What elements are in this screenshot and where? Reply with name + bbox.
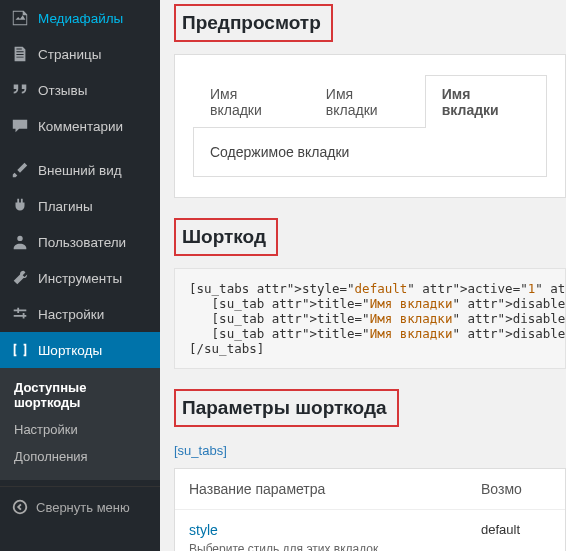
collapse-menu[interactable]: Свернуть меню [0,486,160,527]
sidebar-item-label: Страницы [38,47,101,62]
sidebar-item-label: Отзывы [38,83,87,98]
sidebar-item-users[interactable]: Пользователи [0,224,160,260]
admin-sidebar: Медиафайлы Страницы Отзывы Комментарии В… [0,0,160,551]
params-col-value: Возмо [481,481,551,497]
media-icon [10,8,30,28]
param-value: default [481,522,551,551]
collapse-label: Свернуть меню [36,500,130,515]
sidebar-item-plugins[interactable]: Плагины [0,188,160,224]
submenu-addons[interactable]: Дополнения [0,443,160,470]
sidebar-item-testimonials[interactable]: Отзывы [0,72,160,108]
brackets-icon [10,340,30,360]
sidebar-item-comments[interactable]: Комментарии [0,108,160,144]
shortcode-slug: [su_tabs] [174,443,566,458]
quote-icon [10,80,30,100]
sidebar-item-label: Плагины [38,199,93,214]
users-icon [10,232,30,252]
tab-2[interactable]: Имя вкладки [309,75,425,128]
params-heading: Параметры шорткода [174,389,399,427]
sidebar-item-label: Инструменты [38,271,122,286]
main-content: Предпросмотр Имя вкладки Имя вкладки Имя… [160,0,566,551]
params-col-name: Название параметра [189,481,481,497]
tab-3[interactable]: Имя вкладки [425,75,547,128]
params-table: Название параметра Возмо style Выберите … [174,468,566,551]
sidebar-item-pages[interactable]: Страницы [0,36,160,72]
pages-icon [10,44,30,64]
shortcode-code[interactable]: [su_tabs attr">style="default" attr">act… [174,268,566,369]
submenu-settings[interactable]: Настройки [0,416,160,443]
brush-icon [10,160,30,180]
tab-content: Содержимое вкладки [193,128,547,177]
sidebar-item-label: Пользователи [38,235,126,250]
params-table-head: Название параметра Возмо [175,469,565,510]
plug-icon [10,196,30,216]
preview-heading: Предпросмотр [174,4,333,42]
comment-icon [10,116,30,136]
sidebar-item-settings[interactable]: Настройки [0,296,160,332]
sliders-icon [10,304,30,324]
wrench-icon [10,268,30,288]
svg-point-0 [17,236,22,241]
params-row: style Выберите стиль для этих вкладок de… [175,510,565,551]
sidebar-submenu: Доступные шорткоды Настройки Дополнения [0,368,160,480]
preview-panel: Имя вкладки Имя вкладки Имя вкладки Соде… [174,54,566,198]
svg-point-1 [14,501,27,514]
sidebar-item-label: Комментарии [38,119,123,134]
sidebar-item-appearance[interactable]: Внешний вид [0,152,160,188]
param-desc: Выберите стиль для этих вкладок [189,542,481,551]
param-name[interactable]: style [189,522,481,538]
shortcode-heading: Шорткод [174,218,278,256]
sidebar-item-media[interactable]: Медиафайлы [0,0,160,36]
sidebar-item-shortcodes[interactable]: Шорткоды [0,332,160,368]
sidebar-item-label: Настройки [38,307,104,322]
collapse-icon [10,497,30,517]
submenu-available[interactable]: Доступные шорткоды [0,374,160,416]
tab-1[interactable]: Имя вкладки [193,75,309,128]
sidebar-item-label: Шорткоды [38,343,102,358]
sidebar-item-tools[interactable]: Инструменты [0,260,160,296]
tabs-row: Имя вкладки Имя вкладки Имя вкладки [193,75,547,128]
sidebar-item-label: Медиафайлы [38,11,123,26]
sidebar-item-label: Внешний вид [38,163,122,178]
